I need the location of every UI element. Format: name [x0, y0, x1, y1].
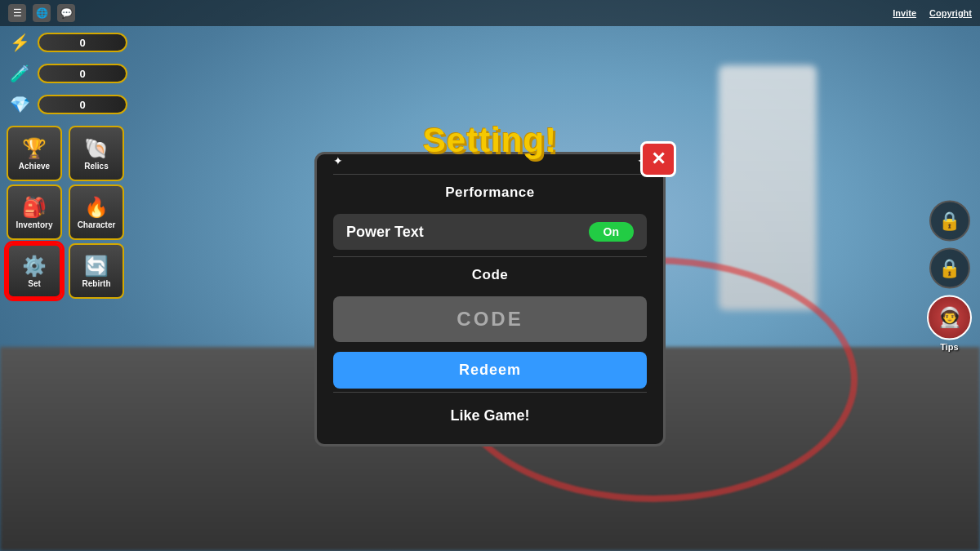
- power-text-label: Power Text: [346, 224, 424, 241]
- power-text-toggle[interactable]: On: [589, 222, 634, 242]
- divider-code: [333, 256, 647, 257]
- setting-modal: ✕ Performance Power Text On Code CODE Re…: [314, 152, 666, 447]
- modal-overlay: Setting! ✕ Performance Power Text On Cod…: [0, 0, 980, 551]
- close-button[interactable]: ✕: [640, 141, 676, 177]
- modal-title: Setting!: [423, 121, 557, 160]
- redeem-button[interactable]: Redeem: [333, 352, 647, 389]
- code-label: Code: [333, 260, 647, 290]
- performance-label: Performance: [333, 178, 647, 207]
- setting-container: Setting! ✕ Performance Power Text On Cod…: [314, 121, 666, 447]
- divider-like: [333, 392, 647, 393]
- divider-top: [333, 174, 647, 175]
- like-game-section: ✦ ✦ Like Game!: [333, 396, 647, 428]
- code-placeholder: CODE: [457, 308, 523, 330]
- modal-inner: Performance Power Text On Code CODE Rede…: [333, 171, 647, 428]
- code-input[interactable]: CODE: [333, 296, 647, 342]
- power-text-row: Power Text On: [333, 214, 647, 250]
- like-game-label: Like Game!: [450, 407, 529, 424]
